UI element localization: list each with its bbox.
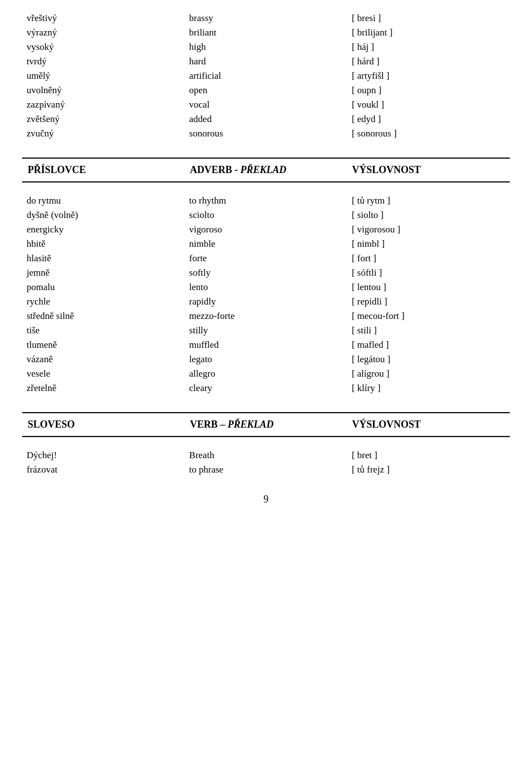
adverbs-col2-header: ADVERB - PŘEKLAD [186, 160, 347, 180]
english-word: hard [185, 54, 347, 69]
english-word: nimble [185, 237, 347, 251]
pronunciation: [ mecou-fort ] [347, 309, 510, 323]
english-word: muffled [185, 338, 347, 352]
table-row: tiše stilly [ stili ] [22, 323, 510, 338]
english-word: open [185, 83, 347, 98]
english-word: brassy [185, 11, 347, 26]
pronunciation: [ mafled ] [347, 338, 510, 352]
table-row: hbitě nimble [ nimbl ] [22, 237, 510, 251]
table-row: do rytmu to rhythm [ tů rytm ] [22, 194, 510, 208]
table-row: zvučný sonorous [ sonorous ] [22, 126, 510, 141]
table-row: hlasitě forte [ fort ] [22, 251, 510, 266]
pronunciation: [ oupn ] [347, 83, 510, 98]
english-word: sciolto [185, 208, 347, 222]
english-word: allegro [185, 367, 347, 381]
czech-word: zazpívaný [22, 98, 185, 112]
table-row: středně silně mezzo-forte [ mecou-fort ] [22, 309, 510, 323]
czech-word: hlasitě [22, 251, 185, 266]
english-word: legato [185, 352, 347, 367]
adjectives-table: vřeštivý brassy [ bresi ] výrazný brilia… [22, 11, 510, 141]
pronunciation: [ hárd ] [347, 54, 510, 69]
english-word: softly [185, 266, 347, 280]
czech-word: tlumeně [22, 338, 185, 352]
table-row: zazpívaný vocal [ voukl ] [22, 98, 510, 112]
verbs-table: Dýchej! Breath [ bret ] frázovat to phra… [22, 448, 510, 477]
pronunciation: [ artyfišl ] [347, 69, 510, 83]
table-row: zřetelně cleary [ klíry ] [22, 381, 510, 395]
page-number: 9 [22, 494, 510, 505]
czech-word: do rytmu [22, 194, 185, 208]
verbs-col1-header: SLOVESO [23, 414, 185, 435]
english-word: lento [185, 280, 347, 295]
pronunciation: [ klíry ] [347, 381, 510, 395]
verbs-col2-header: VERB – PŘEKLAD [186, 414, 347, 435]
czech-word: uvolněný [22, 83, 185, 98]
czech-word: zvětšený [22, 112, 185, 126]
pronunciation: [ vigorosou ] [347, 222, 510, 237]
pronunciation: [ stili ] [347, 323, 510, 338]
czech-word: vysoký [22, 40, 185, 54]
czech-word: výrazný [22, 26, 185, 40]
english-word: briliant [185, 26, 347, 40]
adverbs-header: PŘÍSLOVCE ADVERB - PŘEKLAD VÝSLOVNOST [22, 158, 510, 182]
english-word: stilly [185, 323, 347, 338]
czech-word: středně silně [22, 309, 185, 323]
english-word: to phrase [185, 463, 347, 477]
pronunciation: [ tů rytm ] [347, 194, 510, 208]
table-row: dyšně (volně) sciolto [ siolto ] [22, 208, 510, 222]
pronunciation: [ bresi ] [347, 11, 510, 26]
czech-word: Dýchej! [22, 448, 185, 463]
english-word: sonorous [185, 126, 347, 141]
table-row: vesele allegro [ alígrou ] [22, 367, 510, 381]
czech-word: tvrdý [22, 54, 185, 69]
pronunciation: [ edyd ] [347, 112, 510, 126]
english-word: vigoroso [185, 222, 347, 237]
table-row: uvolněný open [ oupn ] [22, 83, 510, 98]
table-row: tvrdý hard [ hárd ] [22, 54, 510, 69]
pronunciation: [ alígrou ] [347, 367, 510, 381]
adverbs-table: do rytmu to rhythm [ tů rytm ] dyšně (vo… [22, 194, 510, 395]
english-word: vocal [185, 98, 347, 112]
czech-word: tiše [22, 323, 185, 338]
pronunciation: [ háj ] [347, 40, 510, 54]
czech-word: vázaně [22, 352, 185, 367]
czech-word: vesele [22, 367, 185, 381]
czech-word: dyšně (volně) [22, 208, 185, 222]
czech-word: vřeštivý [22, 11, 185, 26]
czech-word: frázovat [22, 463, 185, 477]
english-word: high [185, 40, 347, 54]
table-row: jemně softly [ sóftli ] [22, 266, 510, 280]
pronunciation: [ fort ] [347, 251, 510, 266]
english-word: mezzo-forte [185, 309, 347, 323]
adverbs-col1-header: PŘÍSLOVCE [23, 160, 185, 180]
table-row: frázovat to phrase [ tů frejz ] [22, 463, 510, 477]
english-word: forte [185, 251, 347, 266]
table-row: vysoký high [ háj ] [22, 40, 510, 54]
czech-word: jemně [22, 266, 185, 280]
pronunciation: [ sóftli ] [347, 266, 510, 280]
verbs-header: SLOVESO VERB – PŘEKLAD VÝSLOVNOST [22, 412, 510, 437]
pronunciation: [ sonorous ] [347, 126, 510, 141]
english-word: added [185, 112, 347, 126]
czech-word: pomalu [22, 280, 185, 295]
table-row: vřeštivý brassy [ bresi ] [22, 11, 510, 26]
pronunciation: [ bret ] [347, 448, 510, 463]
pronunciation: [ voukl ] [347, 98, 510, 112]
english-word: cleary [185, 381, 347, 395]
table-row: vázaně legato [ legátou ] [22, 352, 510, 367]
verbs-col3-header: VÝSLOVNOST [347, 414, 509, 435]
english-word: rapidly [185, 295, 347, 309]
czech-word: zvučný [22, 126, 185, 141]
english-word: to rhythm [185, 194, 347, 208]
czech-word: energicky [22, 222, 185, 237]
table-row: výrazný briliant [ brilijant ] [22, 26, 510, 40]
pronunciation: [ tů frejz ] [347, 463, 510, 477]
pronunciation: [ legátou ] [347, 352, 510, 367]
table-row: Dýchej! Breath [ bret ] [22, 448, 510, 463]
pronunciation: [ lentou ] [347, 280, 510, 295]
table-row: umělý artificial [ artyfišl ] [22, 69, 510, 83]
english-word: artificial [185, 69, 347, 83]
table-row: pomalu lento [ lentou ] [22, 280, 510, 295]
english-word: Breath [185, 448, 347, 463]
pronunciation: [ brilijant ] [347, 26, 510, 40]
